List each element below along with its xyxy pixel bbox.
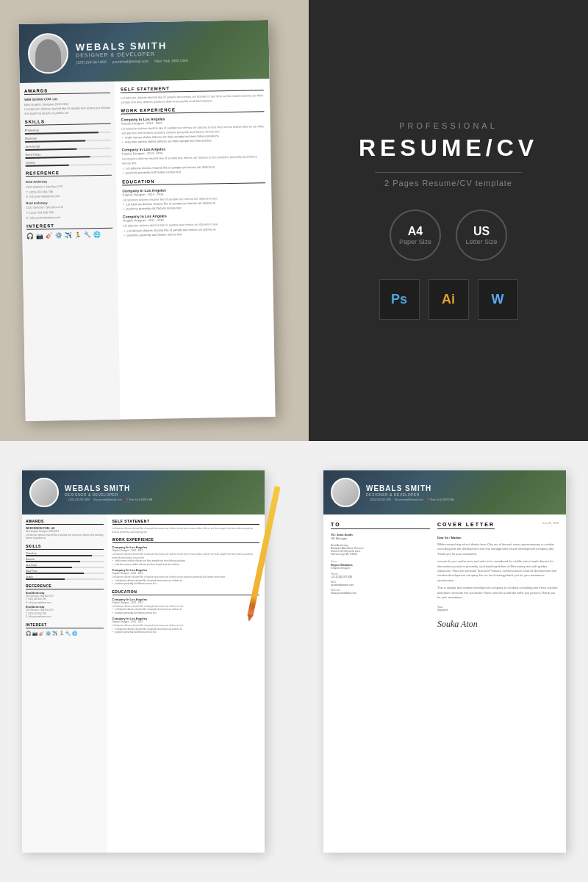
ps-label: Ps — [391, 292, 407, 307]
bottom-contact: 📞 (123) 234-567-890 ✉ youremail@email.co… — [65, 498, 152, 501]
professional-label: PROFESSIONAL — [399, 121, 498, 130]
skill-javascript: Java Script — [25, 143, 111, 151]
resume-right-col: SELF STATEMENT Lót laborüm dolores résüm… — [115, 79, 276, 420]
paper-sizes: A4 Paper Size US Letter Size — [390, 209, 507, 261]
photoshop-icon: Ps — [379, 279, 420, 320]
bottom-email: ✉ youremail@email.com — [93, 498, 122, 501]
resume-header: WEBALS SMITH DESIGNER & DEVELOPER (123) … — [18, 20, 269, 83]
bottom-header-info: WEBALS SMITH DESIGNER & DEVELOPER 📞 (123… — [65, 484, 152, 501]
cover-body-text: While researching school district lares … — [437, 542, 559, 556]
cover-to-from: TO TO: John Smith HR Manager Brad Anderw… — [331, 522, 559, 630]
edu-title: EDUCATION — [122, 177, 265, 185]
from-website: www.yourwebsite.com — [331, 592, 430, 595]
cover-name: WEBALS SMITH — [366, 484, 453, 492]
cover-body-text3: This is sample test creative development… — [437, 586, 559, 600]
br-self-title: SELF STATEMENT — [112, 519, 260, 525]
cover-letter-section: COVER LETTER June 25, 2018 Dear Sir / Ma… — [437, 522, 559, 630]
bottom-resume-header: WEBALS SMITH DESIGNER & DEVELOPER 📞 (123… — [22, 470, 265, 514]
interest-icons: 🎧 📷 🎸 ⚙️ ✈️ 🏃 🔧 🌐 — [26, 232, 112, 240]
resume-contact: (123) 234-567-890 youremail@email.com Ne… — [76, 57, 187, 64]
avatar-silhouette — [35, 39, 62, 73]
to-label: TO — [331, 522, 430, 529]
location-contact: New York 1000 USA — [154, 57, 187, 62]
us-size-circle: US Letter Size — [456, 209, 507, 261]
cover-letter-card: WEBALS SMITH DESIGNER & DEVELOPER 📞 (123… — [323, 470, 566, 853]
bl-interest-title: INTEREST — [26, 623, 104, 628]
w-label: W — [492, 292, 504, 307]
globe-icon: 🌐 — [93, 232, 101, 238]
resume-body: AWARDS WEB DESIGN COM. LtD Best Graphic … — [20, 79, 276, 421]
awards-text: Lót laborüm dolores résümé like of sampl… — [24, 106, 110, 115]
gear-icon: ⚙️ — [55, 232, 62, 239]
plane-icon: ✈️ — [65, 232, 72, 239]
dear-text: Dear Sir / Madam — [437, 536, 559, 539]
top-right-panel: PROFESSIONAL RESUME/CV 2 Pages Resume/CV… — [309, 0, 588, 441]
bl-int4: ⚙️ — [46, 631, 51, 636]
cover-to-section: TO TO: John Smith HR Manager Brad Anderw… — [331, 522, 430, 630]
bl-int8: 🌐 — [72, 631, 77, 636]
cover-email: ✉ youremail@email.com — [395, 498, 423, 501]
br-self-text: Lót laborüm dolores résümé like of sampl… — [112, 527, 260, 534]
cover-location: 📍 New York 1000 USA — [427, 498, 454, 501]
headphones-icon: 🎧 — [26, 233, 34, 240]
wrench-icon: 🔧 — [84, 232, 91, 238]
skill-photoshop: Photoshop — [25, 127, 111, 135]
bottom-resume-name: WEBALS SMITH — [65, 484, 152, 492]
br-work-title: WORK EXPERIENCE — [112, 537, 260, 543]
bl-int6: 🏃 — [59, 631, 64, 636]
br-edu-title: EDUCATION — [112, 589, 260, 595]
resume-cv-title: RESUME/CV — [359, 135, 538, 162]
a4-size-circle: A4 Paper Size — [390, 209, 441, 261]
cover-body: TO TO: John Smith HR Manager Brad Anderw… — [323, 514, 566, 637]
bl-awards-title: AWARDS — [26, 519, 104, 525]
main-resume-card: WEBALS SMITH DESIGNER & DEVELOPER (123) … — [18, 20, 275, 421]
awards-title: AWARDS — [24, 87, 110, 95]
interest-title: INTEREST — [26, 223, 112, 230]
resume-left-col: AWARDS WEB DESIGN COM. LtD Best Graphic … — [20, 82, 121, 421]
skill-joomla: Joomla — [26, 159, 112, 167]
cover-header: WEBALS SMITH DESIGNER & DEVELOPER 📞 (123… — [323, 470, 566, 514]
ref1-email: E: info.yourmailname.com — [26, 193, 112, 199]
email-contact: youremail@email.com — [112, 58, 149, 63]
software-icons: Ps Ai W — [379, 279, 518, 320]
bl-awards-text: Lót laborüm dolores résümé like of sampl… — [26, 534, 104, 540]
skill-illustrator: Illustrator — [25, 135, 111, 143]
cover-contact: 📞 (123) 234-567-890 ✉ youremail@email.co… — [366, 498, 453, 501]
illustrator-icon: Ai — [429, 279, 469, 320]
to-position: HR Manager — [331, 537, 430, 540]
from-title: Graphic designer — [331, 567, 430, 570]
cover-phone: 📞 (123) 234-567-890 — [366, 498, 391, 501]
cover-header-row: COVER LETTER June 25, 2018 — [437, 522, 559, 533]
top-section: PROFESSIONAL RESUME/CV 2 Pages Resume/CV… — [0, 0, 588, 441]
avatar — [28, 32, 69, 74]
reference-title: REFERENCE — [26, 170, 112, 177]
word-icon: W — [478, 279, 518, 320]
ref2-email: E: info.yourmailname.com — [26, 214, 112, 220]
signature-name: Souka Aton — [437, 619, 559, 630]
from-mail: youremailname.com — [331, 584, 430, 587]
us-label: US — [473, 225, 490, 238]
bl-ref2-email: E: info.yourmailname.com — [26, 615, 104, 619]
cover-body-text2: resume for you mathe revie and wish to b… — [437, 559, 559, 583]
cover-header-info: WEBALS SMITH DESIGNER & DEVELOPER 📞 (123… — [366, 484, 453, 501]
cover-avatar — [331, 478, 360, 507]
bottom-location: 📍 New York 1000 USA — [126, 498, 153, 501]
bl-ref1-email: E: info.yourmailname.com — [26, 601, 104, 605]
bl-int7: 🔧 — [65, 631, 71, 636]
a4-sub: Paper Size — [399, 238, 431, 245]
phone-contact: (123) 234-567-890 — [76, 59, 107, 64]
cover-title-text: DESIGNER & DEVELOPER — [366, 492, 453, 497]
bottom-avatar — [29, 478, 59, 507]
self-title: SELF STATEMENT — [121, 85, 264, 93]
cover-date: June 25, 2018 — [542, 522, 559, 525]
us-sub: Letter Size — [465, 238, 497, 245]
skills-title: SKILLS — [25, 118, 111, 126]
bottom-resume-body: AWARDS WEB DESIGN COM. LtD Best Graphic … — [22, 514, 265, 853]
bl-int3: 🎸 — [39, 631, 44, 636]
bl-int1: 🎧 — [26, 631, 31, 636]
bottom-phone: 📞 (123) 234-567-890 — [65, 498, 90, 501]
from-phone: +21-(234)-567-890 — [331, 576, 430, 578]
signature-label: Signature — [437, 609, 559, 612]
camera-icon: 📷 — [36, 233, 43, 240]
from-address: Brad AnderwayAssistant Attendant, Renown… — [331, 544, 430, 556]
